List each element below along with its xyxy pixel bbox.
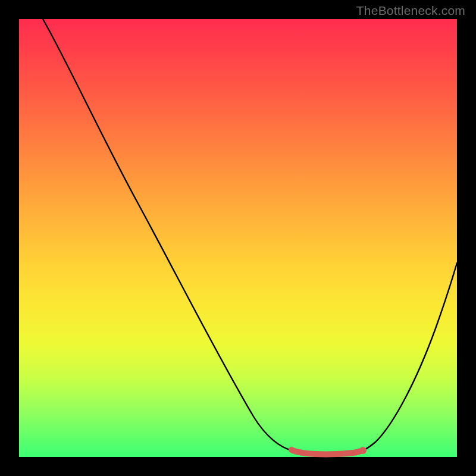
plot-area [19, 19, 457, 457]
curve-svg [19, 19, 457, 457]
chart-stage: TheBottleneck.com [0, 0, 476, 476]
bottleneck-curve [43, 19, 457, 454]
right-knee-dot [359, 447, 367, 454]
valley-highlight [292, 450, 363, 454]
watermark-label: TheBottleneck.com [356, 4, 465, 18]
